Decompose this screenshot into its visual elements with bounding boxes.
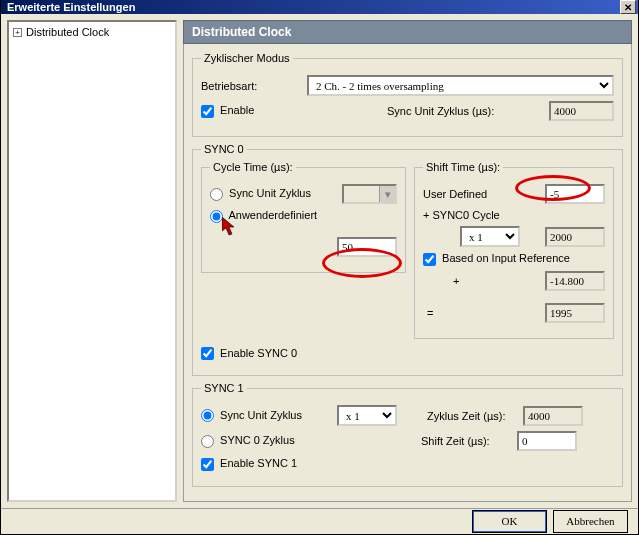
shift-time-legend: Shift Time (µs): xyxy=(423,161,503,173)
close-icon: ✕ xyxy=(624,2,632,13)
button-bar: OK Abbrechen xyxy=(1,508,638,534)
enable-sync1-label[interactable]: Enable SYNC 1 xyxy=(201,457,297,471)
sync-unit-cycle-label: Sync Unit Zyklus (µs): xyxy=(387,105,543,117)
sync-unit-mult-select: ▾ xyxy=(342,184,397,204)
plus-label: + xyxy=(423,275,459,287)
tree-item-distributed-clock[interactable]: + Distributed Clock xyxy=(13,26,171,38)
chevron-down-icon: ▾ xyxy=(379,186,395,202)
cycle-time-group: Cycle Time (µs): Sync Unit Zyklus ▾ xyxy=(201,161,406,273)
plus-sync0-label: + SYNC0 Cycle xyxy=(423,209,500,221)
enable-sync0-checkbox[interactable] xyxy=(201,347,214,360)
based-on-input-checkbox[interactable] xyxy=(423,253,436,266)
sync1-shift-input[interactable] xyxy=(517,431,577,451)
based-on-input-label[interactable]: Based on Input Reference xyxy=(423,252,570,266)
sync1-legend: SYNC 1 xyxy=(201,382,247,394)
sync0-legend: SYNC 0 xyxy=(201,143,247,155)
tree-expander-icon[interactable]: + xyxy=(13,28,22,37)
titlebar: Erweiterte Einstellungen ✕ xyxy=(1,0,638,14)
sync1-radio-sync0-label[interactable]: SYNC 0 Zyklus xyxy=(201,434,295,446)
sync1-group: SYNC 1 Sync Unit Zyklus x 1 Zyklus xyxy=(192,382,623,487)
sync0-group: SYNC 0 Cycle Time (µs): Sync Unit Zyklus xyxy=(192,143,623,376)
user-defined-label: User Defined xyxy=(423,188,487,200)
cancel-button[interactable]: Abbrechen xyxy=(553,510,628,533)
radio-user-defined[interactable] xyxy=(210,210,223,223)
enable-checkbox[interactable] xyxy=(201,105,214,118)
cyclic-group: Zyklischer Modus Betriebsart: 2 Ch. - 2 … xyxy=(192,52,623,137)
betriebsart-select[interactable]: 2 Ch. - 2 times oversampling xyxy=(307,75,614,96)
sync1-zyklus-value xyxy=(523,406,583,426)
tree-panel: + Distributed Clock xyxy=(7,20,177,502)
eq-label: = xyxy=(423,307,433,319)
sync1-radio-sync-unit[interactable] xyxy=(201,409,214,422)
enable-sync0-label[interactable]: Enable SYNC 0 xyxy=(201,347,297,361)
sync-unit-cycle-value xyxy=(549,101,614,121)
shift-time-group: Shift Time (µs): User Defined + SYNC0 Cy… xyxy=(414,161,614,339)
plus-value xyxy=(545,271,605,291)
betriebsart-label: Betriebsart: xyxy=(201,80,301,92)
sync0-cycle-mult-result xyxy=(545,227,605,247)
radio-sync-unit[interactable] xyxy=(210,188,223,201)
radio-sync-unit-label[interactable]: Sync Unit Zyklus xyxy=(210,187,311,201)
sync1-radio-sync-unit-label[interactable]: Sync Unit Zyklus xyxy=(201,409,302,421)
sync0-cycle-mult-select[interactable]: x 1 xyxy=(460,226,520,247)
user-defined-input[interactable] xyxy=(545,184,605,204)
sync1-shift-label: Shift Zeit (µs): xyxy=(421,435,511,447)
sync1-zyklus-label: Zyklus Zeit (µs): xyxy=(427,410,517,422)
window-title: Erweiterte Einstellungen xyxy=(7,1,135,13)
eq-value xyxy=(545,303,605,323)
enable-checkbox-label[interactable]: Enable xyxy=(201,104,254,116)
radio-user-defined-label[interactable]: Anwenderdefiniert xyxy=(210,209,317,223)
close-button[interactable]: ✕ xyxy=(620,0,636,14)
cycle-time-legend: Cycle Time (µs): xyxy=(210,161,296,173)
settings-window: Erweiterte Einstellungen ✕ + Distributed… xyxy=(0,0,639,535)
cycle-time-input[interactable] xyxy=(337,237,397,257)
cyclic-legend: Zyklischer Modus xyxy=(201,52,293,64)
panel-header: Distributed Clock xyxy=(183,20,632,44)
tree-item-label: Distributed Clock xyxy=(26,26,109,38)
enable-sync1-checkbox[interactable] xyxy=(201,458,214,471)
sync1-mult-select[interactable]: x 1 xyxy=(337,405,397,426)
ok-button[interactable]: OK xyxy=(472,510,547,533)
sync1-radio-sync0[interactable] xyxy=(201,435,214,448)
